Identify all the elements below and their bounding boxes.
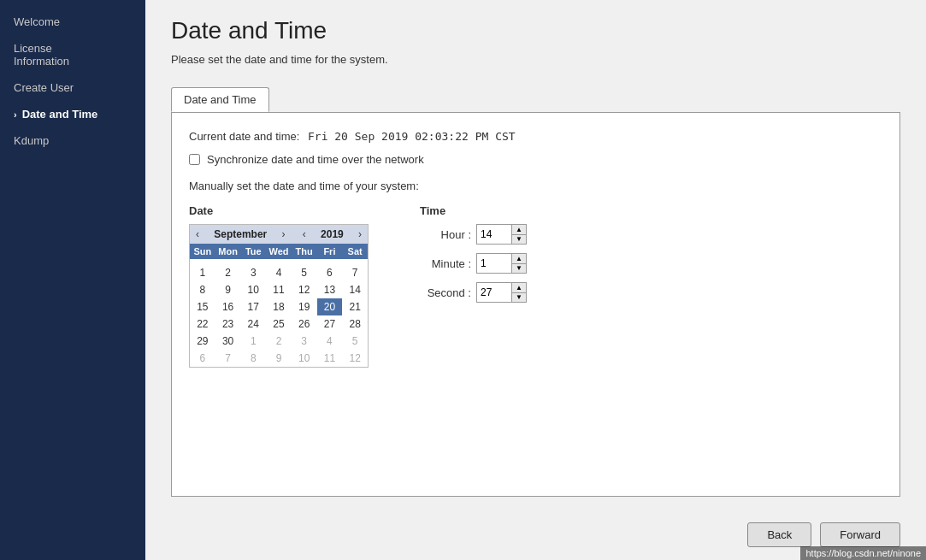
minute-down-button[interactable]: ▼ [512,263,526,273]
calendar-cell-5-6[interactable]: 5 [342,333,368,350]
page-title: Date and Time [171,17,900,44]
calendar-cell-5-0[interactable]: 29 [190,333,215,350]
calendar-cell-3-2[interactable]: 17 [240,298,266,315]
minute-spinner-btns: ▲ ▼ [511,254,526,273]
tab-bar: Date and Time [145,87,926,112]
hour-input[interactable] [477,227,511,242]
sidebar-item-welcome[interactable]: Welcome [0,9,145,35]
calendar-cell-4-2[interactable]: 24 [240,315,266,333]
calendar-cell-1-4[interactable]: 5 [292,264,317,281]
forward-button[interactable]: Forward [820,522,900,547]
calendar-cell-4-1[interactable]: 23 [215,315,241,333]
current-datetime-row: Current date and time: Fri 20 Sep 2019 0… [189,130,882,143]
calendar-cell-3-4[interactable]: 19 [292,298,317,315]
calendar: ‹ September › ‹ 2019 › Sun Mon Tue Wed T… [189,224,369,368]
calendar-cell-3-1[interactable]: 16 [215,298,241,315]
calendar-cell-6-5[interactable]: 11 [317,350,343,367]
calendar-cell-4-4[interactable]: 26 [292,315,317,333]
current-dt-label: Current date and time: [189,130,299,143]
hour-spinner[interactable]: ▲ ▼ [476,224,527,245]
next-year-button[interactable]: › [356,227,364,241]
sidebar-item-license[interactable]: LicenseInformation [0,35,145,74]
hour-row: Hour : ▲ ▼ [420,224,527,245]
calendar-cell-2-3[interactable]: 11 [266,281,292,298]
date-section-title: Date [189,204,369,217]
calendar-cell-6-3[interactable]: 9 [266,350,292,367]
calendar-cell-6-2[interactable]: 8 [240,350,266,367]
minute-label: Minute : [420,257,471,270]
calendar-cell-5-5[interactable]: 4 [317,333,343,350]
sidebar-item-create-user[interactable]: Create User [0,74,145,101]
minute-spinner[interactable]: ▲ ▼ [476,253,527,274]
calendar-cell-4-3[interactable]: 25 [266,315,292,333]
hour-spinner-btns: ▲ ▼ [511,225,526,244]
second-label: Second : [420,286,471,299]
cal-header-thu: Thu [292,244,317,259]
calendar-month-label: September [214,228,267,240]
calendar-cell-2-4[interactable]: 12 [292,281,317,298]
hour-down-button[interactable]: ▼ [512,234,526,244]
calendar-cell-2-5[interactable]: 13 [317,281,343,298]
calendar-cell-5-4[interactable]: 3 [292,333,317,350]
minute-up-button[interactable]: ▲ [512,254,526,263]
time-section-title: Time [420,204,527,217]
tab-date-and-time[interactable]: Date and Time [171,87,269,112]
calendar-cell-2-1[interactable]: 9 [215,281,241,298]
calendar-cell-4-0[interactable]: 22 [190,315,215,333]
cal-header-mon: Mon [215,244,241,259]
back-button[interactable]: Back [747,522,811,547]
hour-up-button[interactable]: ▲ [512,225,526,234]
calendar-cell-3-5[interactable]: 20 [317,298,343,315]
sidebar-item-license-label: LicenseInformation [14,42,69,68]
cal-header-sat: Sat [342,244,368,259]
cal-header-wed: Wed [266,244,292,259]
prev-year-button[interactable]: ‹ [300,227,309,241]
calendar-cell-1-3[interactable]: 4 [266,264,292,281]
next-month-button[interactable]: › [280,227,288,241]
minute-input[interactable] [477,256,511,271]
cal-header-fri: Fri [317,244,343,259]
second-spinner[interactable]: ▲ ▼ [476,282,527,303]
main-content: Date and Time Please set the date and ti… [145,0,926,560]
calendar-cell-2-2[interactable]: 10 [240,281,266,298]
calendar-nav: ‹ September › ‹ 2019 › [190,225,368,244]
calendar-cell-6-4[interactable]: 10 [292,350,317,367]
prev-month-button[interactable]: ‹ [193,227,202,241]
active-arrow-icon: › [14,109,17,120]
url-bar: https://blog.csdn.net/ninone [800,546,926,560]
calendar-cell-3-6[interactable]: 21 [342,298,368,315]
second-up-button[interactable]: ▲ [512,283,526,292]
sync-label[interactable]: Synchronize date and time over the netwo… [207,153,424,166]
calendar-cell-5-2[interactable]: 1 [240,333,266,350]
calendar-cell-1-6[interactable]: 7 [342,264,368,281]
second-row: Second : ▲ ▼ [420,282,527,303]
calendar-cell-1-5[interactable]: 6 [317,264,343,281]
sync-checkbox[interactable] [189,154,200,165]
date-time-container: Date ‹ September › ‹ 2019 › Sun Mon [189,204,882,368]
calendar-cell-5-3[interactable]: 2 [266,333,292,350]
sidebar-item-welcome-label: Welcome [14,15,60,28]
calendar-cell-1-0[interactable]: 1 [190,264,215,281]
content-panel: Current date and time: Fri 20 Sep 2019 0… [171,112,900,497]
sidebar-item-kdump[interactable]: Kdump [0,127,145,154]
calendar-cell-1-2[interactable]: 3 [240,264,266,281]
calendar-cell-3-3[interactable]: 18 [266,298,292,315]
sidebar: Welcome LicenseInformation Create User ›… [0,0,145,560]
calendar-cell-6-1[interactable]: 7 [215,350,241,367]
calendar-cell-6-0[interactable]: 6 [190,350,215,367]
date-section: Date ‹ September › ‹ 2019 › Sun Mon [189,204,369,368]
calendar-cell-5-1[interactable]: 30 [215,333,241,350]
calendar-cell-4-5[interactable]: 27 [317,315,343,333]
calendar-cell-2-6[interactable]: 14 [342,281,368,298]
calendar-cell-3-0[interactable]: 15 [190,298,215,315]
sidebar-item-date-and-time[interactable]: › Date and Time [0,101,145,127]
sidebar-item-kdump-label: Kdump [14,134,49,147]
calendar-cell-4-6[interactable]: 28 [342,315,368,333]
second-input[interactable] [477,285,511,300]
calendar-cell-2-0[interactable]: 8 [190,281,215,298]
second-down-button[interactable]: ▼ [512,292,526,302]
cal-header-sun: Sun [190,244,215,259]
calendar-cell-1-1[interactable]: 2 [215,264,241,281]
page-description: Please set the date and time for the sys… [171,53,900,66]
calendar-cell-6-6[interactable]: 12 [342,350,368,367]
